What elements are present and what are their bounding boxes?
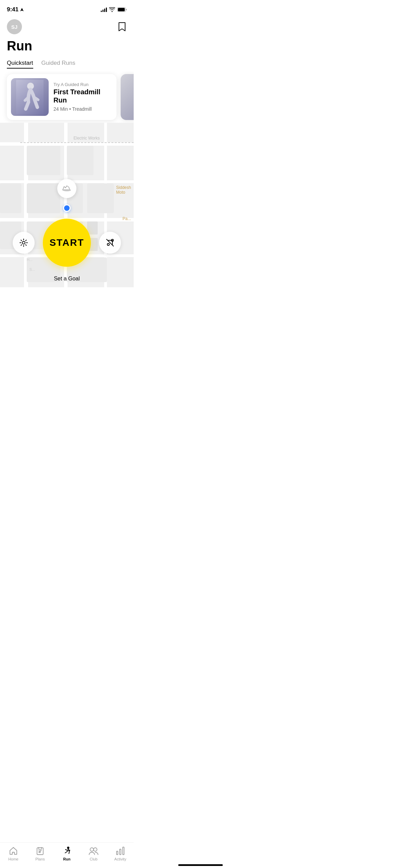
run-card-label: Try A Guided Run bbox=[53, 82, 111, 87]
battery-icon bbox=[117, 7, 127, 12]
start-area: START bbox=[13, 219, 121, 267]
status-time: 9:41 bbox=[7, 6, 24, 13]
svg-point-5 bbox=[22, 241, 25, 244]
bookmark-button[interactable] bbox=[117, 22, 127, 32]
cards-scroll: Try A Guided Run First Treadmill Run 24 … bbox=[0, 71, 134, 123]
page-title: Run bbox=[0, 36, 134, 53]
tab-quickstart[interactable]: Quickstart bbox=[7, 60, 33, 69]
music-button[interactable] bbox=[99, 232, 121, 254]
runner-illustration bbox=[16, 80, 44, 114]
signal-bars bbox=[101, 7, 107, 12]
set-goal-button[interactable]: Set a Goal bbox=[54, 276, 80, 282]
start-button-label: START bbox=[49, 237, 84, 248]
run-card-title: First Treadmill Run bbox=[53, 88, 111, 104]
location-dot bbox=[63, 204, 71, 212]
shoe-marker bbox=[57, 179, 76, 198]
run-card-info: Try A Guided Run First Treadmill Run 24 … bbox=[53, 82, 111, 112]
tabs: Quickstart Guided Runs bbox=[0, 53, 134, 71]
start-button[interactable]: START bbox=[43, 219, 91, 267]
run-card-meta: 24 Min • Treadmill bbox=[53, 106, 111, 112]
tab-guided-runs[interactable]: Guided Runs bbox=[41, 60, 75, 69]
shoe-icon bbox=[61, 185, 72, 192]
run-card-treadmill[interactable]: Try A Guided Run First Treadmill Run 24 … bbox=[7, 74, 117, 120]
avatar[interactable]: SJ bbox=[7, 19, 22, 34]
run-card-stub[interactable] bbox=[121, 74, 134, 120]
header: SJ bbox=[0, 16, 134, 36]
svg-rect-1 bbox=[118, 8, 125, 11]
status-bar: 9:41 bbox=[0, 0, 134, 16]
wifi-icon bbox=[109, 7, 115, 12]
run-card-image bbox=[11, 78, 49, 116]
svg-point-7 bbox=[107, 243, 109, 245]
map-area: Electric Works SiddeshMoto Pa... H... S.… bbox=[0, 123, 134, 287]
location-arrow-icon bbox=[20, 8, 24, 12]
status-icons bbox=[101, 7, 127, 12]
settings-button[interactable] bbox=[13, 232, 35, 254]
svg-point-4 bbox=[63, 189, 71, 191]
